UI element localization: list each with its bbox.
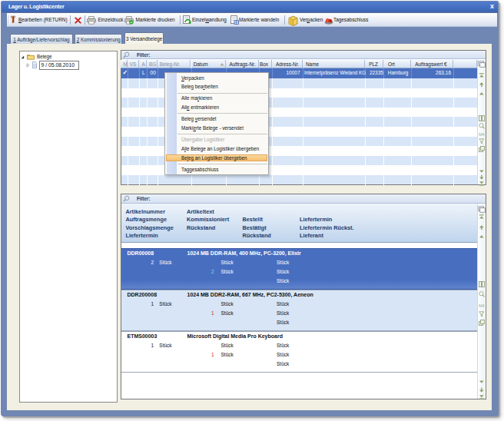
svg-text:M4: M4 <box>479 303 485 307</box>
svg-text:M4: M4 <box>479 132 485 137</box>
